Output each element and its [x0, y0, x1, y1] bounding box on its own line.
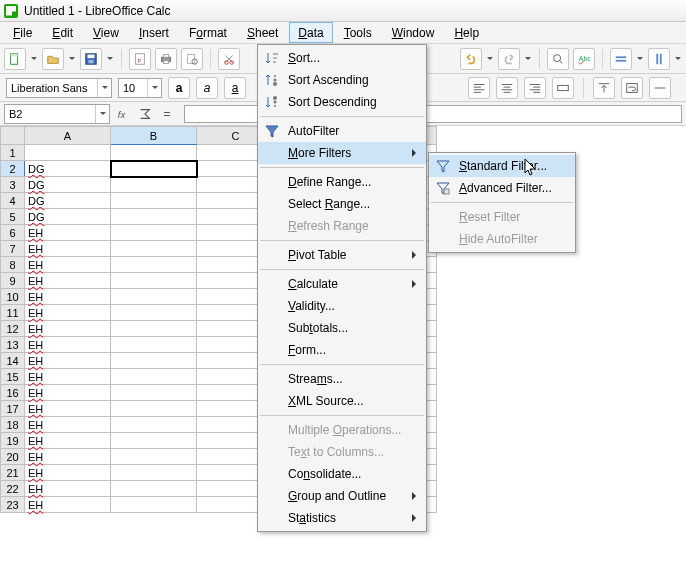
font-name-input[interactable] [7, 79, 97, 97]
cell[interactable] [111, 481, 197, 497]
menu-consolidate[interactable]: Consolidate... [258, 463, 426, 485]
row-dropdown[interactable] [636, 48, 644, 70]
font-size-combo[interactable] [118, 78, 162, 98]
cell[interactable] [111, 401, 197, 417]
menu-form[interactable]: Form... [258, 339, 426, 361]
cell[interactable]: EH [25, 353, 111, 369]
row-header[interactable]: 10 [1, 289, 25, 305]
menu-statistics[interactable]: Statistics [258, 507, 426, 529]
cell[interactable]: EH [25, 289, 111, 305]
row-header[interactable]: 19 [1, 433, 25, 449]
row-header[interactable]: 16 [1, 385, 25, 401]
menu-edit[interactable]: Edit [43, 22, 82, 43]
cell[interactable]: DG [25, 161, 111, 177]
underline-button[interactable]: a [224, 77, 246, 99]
row-header[interactable]: 14 [1, 353, 25, 369]
row-button[interactable] [610, 48, 632, 70]
cell[interactable]: EH [25, 481, 111, 497]
col-button[interactable] [648, 48, 670, 70]
row-header[interactable]: 7 [1, 241, 25, 257]
new-doc-dropdown[interactable] [30, 48, 38, 70]
cell[interactable]: EH [25, 241, 111, 257]
cell[interactable]: EH [25, 257, 111, 273]
col-dropdown[interactable] [674, 48, 682, 70]
function-wizard-button[interactable]: fx [114, 105, 132, 123]
cell[interactable] [111, 161, 197, 177]
cut-button[interactable] [218, 48, 240, 70]
new-doc-button[interactable] [4, 48, 26, 70]
menu-tools[interactable]: Tools [335, 22, 381, 43]
italic-button[interactable]: a [196, 77, 218, 99]
row-header[interactable]: 15 [1, 369, 25, 385]
cell[interactable] [111, 465, 197, 481]
row-header[interactable]: 1 [1, 145, 25, 161]
name-box-input[interactable] [5, 105, 95, 123]
valign-middle-button[interactable] [649, 77, 671, 99]
export-pdf-button[interactable]: P [129, 48, 151, 70]
undo-button[interactable] [460, 48, 482, 70]
font-size-dropdown[interactable] [147, 79, 161, 97]
cell[interactable]: DG [25, 209, 111, 225]
open-dropdown[interactable] [68, 48, 76, 70]
menu-autofilter[interactable]: AutoFilter [258, 120, 426, 142]
cell[interactable] [111, 353, 197, 369]
row-header[interactable]: 2 [1, 161, 25, 177]
cell[interactable]: EH [25, 401, 111, 417]
col-header-A[interactable]: A [25, 127, 111, 145]
cell[interactable] [111, 225, 197, 241]
menu-window[interactable]: Window [383, 22, 444, 43]
cell[interactable]: EH [25, 497, 111, 513]
menu-view[interactable]: View [84, 22, 128, 43]
name-box-dropdown[interactable] [95, 105, 109, 123]
cell[interactable]: EH [25, 225, 111, 241]
row-header[interactable]: 12 [1, 321, 25, 337]
cell[interactable] [111, 337, 197, 353]
menu-sheet[interactable]: Sheet [238, 22, 287, 43]
sum-button[interactable] [136, 105, 154, 123]
cell[interactable] [25, 145, 111, 161]
cell[interactable] [111, 145, 197, 161]
row-header[interactable]: 21 [1, 465, 25, 481]
menu-more-filters[interactable]: More Filters [258, 142, 426, 164]
col-header-B[interactable]: B [111, 127, 197, 145]
submenu-standard-filter[interactable]: Standard Filter... [429, 155, 575, 177]
row-header[interactable]: 3 [1, 177, 25, 193]
cell[interactable] [111, 241, 197, 257]
row-header[interactable]: 6 [1, 225, 25, 241]
menu-sort[interactable]: Sort... [258, 47, 426, 69]
row-header[interactable]: 4 [1, 193, 25, 209]
row-header[interactable]: 20 [1, 449, 25, 465]
submenu-advanced-filter[interactable]: Advanced Filter... [429, 177, 575, 199]
align-left-button[interactable] [468, 77, 490, 99]
row-header[interactable]: 18 [1, 417, 25, 433]
select-all-corner[interactable] [1, 127, 25, 145]
cell[interactable]: EH [25, 369, 111, 385]
menu-streams[interactable]: Streams... [258, 368, 426, 390]
cell[interactable] [111, 177, 197, 193]
valign-top-button[interactable] [593, 77, 615, 99]
row-header[interactable]: 9 [1, 273, 25, 289]
cell[interactable]: EH [25, 417, 111, 433]
row-header[interactable]: 5 [1, 209, 25, 225]
cell[interactable] [111, 273, 197, 289]
cell[interactable] [111, 385, 197, 401]
cell[interactable]: EH [25, 433, 111, 449]
menu-sort-ascending[interactable]: Sort Ascending [258, 69, 426, 91]
name-box[interactable] [4, 104, 110, 124]
save-button[interactable] [80, 48, 102, 70]
row-header[interactable]: 22 [1, 481, 25, 497]
menu-define-range[interactable]: Define Range... [258, 171, 426, 193]
cell[interactable]: EH [25, 337, 111, 353]
menu-validity[interactable]: Validity... [258, 295, 426, 317]
menu-data[interactable]: Data [289, 22, 332, 43]
align-center-button[interactable] [496, 77, 518, 99]
save-dropdown[interactable] [106, 48, 114, 70]
redo-dropdown[interactable] [524, 48, 532, 70]
row-header[interactable]: 8 [1, 257, 25, 273]
cell[interactable] [111, 449, 197, 465]
font-size-input[interactable] [119, 79, 147, 97]
print-button[interactable] [155, 48, 177, 70]
font-name-combo[interactable] [6, 78, 112, 98]
row-header[interactable]: 11 [1, 305, 25, 321]
redo-button[interactable] [498, 48, 520, 70]
